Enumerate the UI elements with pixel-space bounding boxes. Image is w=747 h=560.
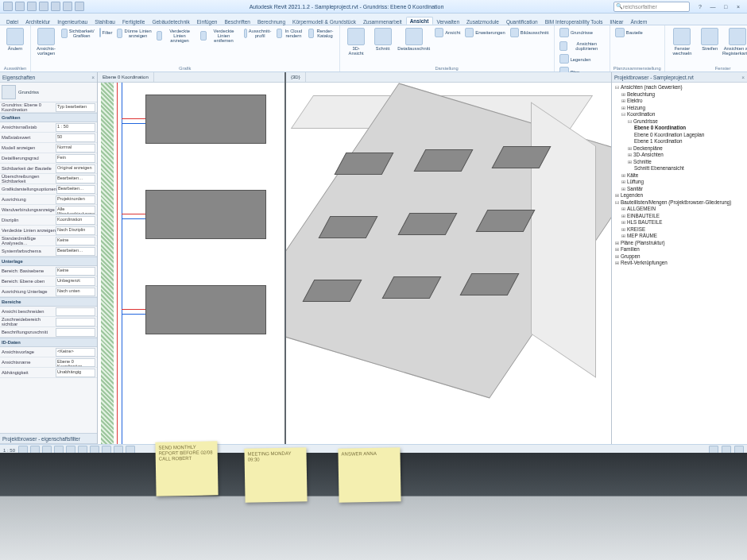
property-value[interactable]: Nach unten [56,288,95,296]
property-value[interactable]: Original anzeigen [56,164,95,173]
tree-twisty-icon[interactable]: ⊞ [628,159,632,164]
tree-twisty-icon[interactable]: ⊞ [615,260,619,265]
ribbon-tab[interactable]: Architektur [22,18,53,25]
ribbon-tab[interactable]: Quantification [503,18,541,25]
ribbon-button[interactable]: Bauteile [613,27,644,38]
property-group-header[interactable]: Bereiche [0,297,97,307]
view-tab[interactable]: Ebene 0 Koordination [98,72,154,82]
tree-twisty-icon[interactable]: ⊞ [621,226,625,232]
ribbon-button[interactable]: Detailausschnitt [397,27,432,52]
ribbon-button[interactable]: Dünne Linien anzeigen [115,27,153,39]
ribbon-button[interactable]: Render-Katalog [307,27,336,39]
tree-node[interactable]: ⊞HLS BAUTEILE [615,219,745,226]
tree-node[interactable]: ⊞Familien [615,246,745,253]
ribbon-button[interactable]: Ausschnitt- profil [242,27,273,39]
tree-node[interactable]: ⊞3D-Ansichten [615,152,745,159]
property-value[interactable]: Fein [56,154,95,163]
tree-twisty-icon[interactable]: ⊞ [621,105,625,110]
qat-btn[interactable] [63,2,72,11]
property-value[interactable]: Koordination [56,216,95,225]
property-value[interactable]: Bearbeiten… [56,247,95,256]
property-value[interactable]: 50 [56,133,95,142]
tree-node[interactable]: ⊞EINBAUTEILE [615,213,745,220]
property-value[interactable]: Bearbeiten… [56,185,95,194]
tree-twisty-icon[interactable]: ⊞ [621,179,625,184]
ribbon-button[interactable]: Verdeckte Linien anzeigen [155,27,197,44]
property-value[interactable] [56,328,95,337]
ribbon-button[interactable]: Ansichten duplizieren [558,40,606,52]
tree-node[interactable]: ⊞MEP RÄUME [615,233,745,240]
property-value[interactable]: Normal [56,144,95,153]
tree-twisty-icon[interactable]: ⊞ [628,145,632,151]
ribbon-tab[interactable]: Zusammenarbeit [360,18,405,25]
property-value[interactable]: Alle Wandverbindungen [56,206,95,214]
property-value[interactable]: Keine [56,267,95,276]
ribbon-tab[interactable]: Verwalten [434,18,463,25]
property-value[interactable] [56,318,95,326]
tree-twisty-icon[interactable]: ⊞ [621,91,625,97]
tree-node[interactable]: ⊟Bauteillisten/Mengen (Projektbrowser-Gl… [615,199,745,207]
3d-canvas[interactable] [286,83,611,444]
qat-btn[interactable] [39,2,48,11]
ribbon-tab[interactable]: Ansicht [406,17,433,25]
edit-type-button[interactable]: Typ bearbeiten [56,103,95,112]
ribbon-button[interactable]: Bildausschnitt [509,27,551,38]
ribbon-button[interactable]: Legenden [558,53,593,64]
ribbon-tab[interactable]: Fertigteile [119,18,149,25]
plan-canvas[interactable] [98,83,284,444]
ribbon-button[interactable]: Ändern [3,27,27,52]
tree-node[interactable]: ⊞Legenden [615,192,745,199]
property-value[interactable]: Projektnorden [56,195,95,204]
qat-btn[interactable] [3,2,13,11]
tree-twisty-icon[interactable]: ⊟ [621,111,625,117]
tree-node[interactable]: ⊞Elektro [615,98,745,105]
property-value[interactable]: Ebene 0 Koordination [56,358,95,367]
ribbon-button[interactable]: Ansichten als Registerkarten [723,27,747,56]
tree-twisty-icon[interactable]: ⊞ [621,186,625,191]
tree-node[interactable]: ⊞Pläne (Planstruktur) [615,240,745,247]
tree-node[interactable]: ⊟Ansichten (nach Gewerken) [615,84,745,91]
ribbon-button[interactable]: Verdeckte Linien entfernen [199,27,242,44]
ribbon-tab[interactable]: Stahlbau [91,18,118,25]
ribbon-button[interactable]: Sichtbarkeit/ Grafiken [60,27,96,39]
property-value[interactable] [56,307,95,316]
tree-node[interactable]: ⊞Gruppen [615,253,745,261]
property-value[interactable]: <Keine> [56,348,95,357]
tree-twisty-icon[interactable]: ⊞ [615,253,619,259]
tree-node[interactable]: Ebene 0 Koordination Lageplan [615,132,745,139]
tree-node[interactable]: ⊞Heizung [615,105,745,112]
type-selector[interactable]: Grundriss [0,83,97,102]
ribbon-button[interactable]: Erweiterungen [463,27,506,38]
tree-node[interactable]: Ebene 1 Koordination [615,138,745,145]
tree-node[interactable]: ⊞Sanitär [615,186,745,193]
ribbon-tab[interactable]: liNear [607,18,627,25]
qat-btn[interactable] [75,2,84,11]
property-value[interactable]: Unabhängig [56,369,95,377]
property-group-header[interactable]: ID-Daten [0,338,97,347]
ribbon-tab[interactable]: Ingenieurbau [54,18,91,25]
maximize-button[interactable]: □ [720,2,731,11]
ribbon-tab[interactable]: Berechnung [254,18,288,25]
ribbon-tab[interactable]: Ändern [627,18,650,25]
ribbon-button[interactable]: Grundrisse [558,27,594,38]
minimize-button[interactable]: — [707,2,718,11]
qat-btn[interactable] [15,2,25,11]
ribbon-button[interactable]: 3D- Ansicht [343,27,370,56]
ribbon-button[interactable]: Ansicht [433,27,462,38]
tree-twisty-icon[interactable]: ⊟ [628,118,632,124]
tree-node[interactable]: ⊟Grundrisse [615,118,745,126]
tree-twisty-icon[interactable]: ⊞ [615,246,619,252]
ribbon-button[interactable]: Ansichts- vorlagen [34,27,58,56]
ribbon-button[interactable]: In Cloud rendern [275,27,305,39]
ribbon-tab[interactable]: Zusatzmodule [463,18,502,25]
tree-node[interactable]: ⊞Beleuchtung [615,91,745,98]
close-icon[interactable]: × [91,75,95,80]
tree-node[interactable]: ⊞Lüftung [615,179,745,186]
ribbon-button[interactable]: Fenster wechseln [668,27,696,56]
tree-node[interactable]: Schnitt Ebenenansicht [615,165,745,172]
tree-twisty-icon[interactable]: ⊞ [621,98,625,103]
tree-twisty-icon[interactable]: ⊞ [621,206,625,211]
tree-node[interactable]: ⊟Koordination [615,111,745,118]
ribbon-tab[interactable]: Beschriften [221,18,254,25]
ribbon-tab[interactable]: Körpermodell & Grundstück [289,18,359,25]
